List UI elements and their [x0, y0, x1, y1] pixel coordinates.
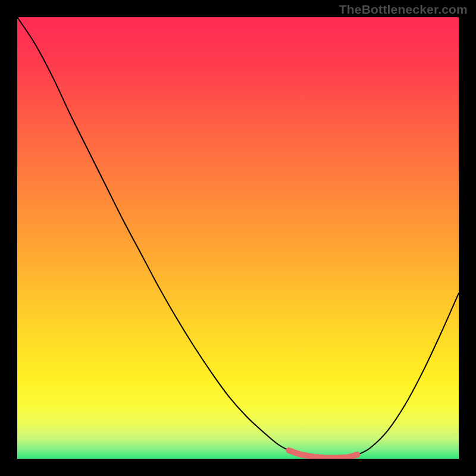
plot-area [17, 17, 459, 459]
watermark-text: TheBottlenecker.com [339, 2, 468, 17]
curves-layer [17, 17, 459, 459]
main-curve [17, 17, 459, 458]
chart-stage: TheBottlenecker.com [0, 0, 476, 476]
accent-segment [289, 450, 357, 458]
